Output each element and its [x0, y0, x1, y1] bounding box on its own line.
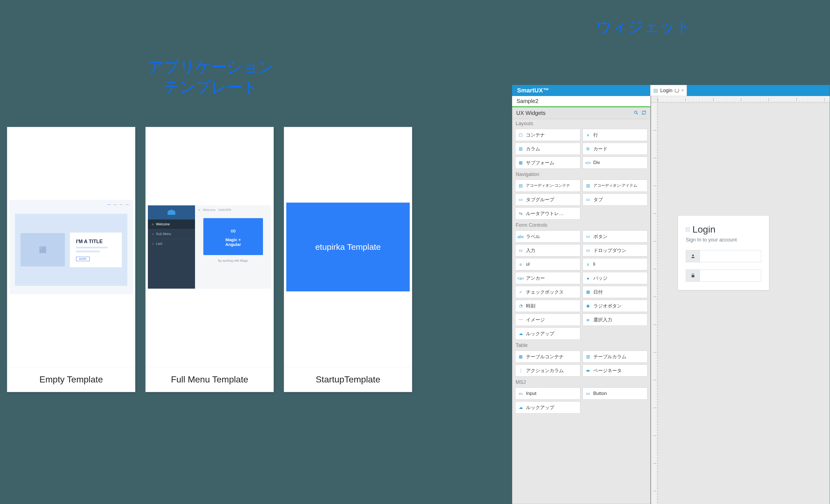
widget-item[interactable]: ▥カラム [515, 143, 580, 155]
svg-point-0 [634, 111, 637, 114]
widget-item[interactable]: </>Div [582, 157, 648, 169]
widget-label: テーブルコンテナ [526, 354, 564, 360]
ruler-horizontal [658, 96, 830, 103]
widget-label: アコーディオン-コンテナ [526, 183, 570, 188]
widget-label: イメージ [526, 317, 545, 323]
widget-label: 選択入力 [594, 317, 612, 323]
canvas-body[interactable]: Login Sign In to your account [658, 103, 830, 504]
svg-point-1 [692, 254, 694, 256]
widget-item[interactable]: ▦テーブルコンテナ [515, 350, 580, 363]
widget-icon: ⧉ [585, 146, 591, 152]
widget-label: ul [526, 261, 530, 267]
widget-item[interactable]: ◂▸ページネータ [582, 365, 648, 377]
template-name: Empty Template [7, 367, 135, 392]
image-placeholder-icon [686, 228, 690, 231]
reload-icon[interactable] [675, 88, 679, 93]
widget-item[interactable]: ≡ul [515, 258, 580, 270]
widget-icon: ≡ [518, 261, 524, 267]
widget-item[interactable]: ◔時刻 [515, 300, 580, 312]
widget-item[interactable]: ≣選択入力 [582, 314, 648, 326]
widget-label: チェックボックス [526, 289, 564, 295]
widget-item[interactable]: ⧉カード [582, 143, 648, 155]
widget-item[interactable]: ▦日付 [582, 286, 648, 298]
widget-icon: ▦ [518, 160, 524, 166]
image-placeholder-icon [21, 233, 65, 266]
section-navigation: Navigation [512, 170, 650, 178]
widget-item[interactable]: ▦サブフォーム [515, 157, 580, 169]
refresh-icon[interactable] [641, 110, 646, 116]
password-field[interactable] [686, 270, 761, 282]
widget-icon: ☁ [518, 330, 524, 337]
infinity-icon: ∞ [206, 226, 260, 235]
widget-item[interactable]: ⋮アクションカラム [515, 365, 580, 377]
widget-item[interactable]: ☁ルックアップ [515, 401, 580, 413]
widget-item[interactable]: ▥テーブルカラム [582, 350, 648, 363]
design-canvas[interactable]: Login Sign In to your account [651, 96, 830, 504]
widget-label: Button [594, 391, 607, 396]
widget-icon: ▦ [518, 354, 524, 360]
widget-icon: ▭ [585, 196, 591, 202]
widget-item[interactable]: <a>アンカー [515, 272, 580, 284]
widget-item[interactable]: ▤アコーディオン-アイテム [582, 180, 648, 192]
widget-label: li [594, 261, 596, 267]
widget-label: ルータアウトレ… [526, 210, 564, 217]
file-icon: ▤ [653, 87, 658, 94]
widget-item[interactable]: ▭Input [515, 387, 580, 400]
widget-icon: ▭ [585, 390, 591, 397]
ruler-vertical [651, 103, 658, 504]
widget-item[interactable]: ▢コンテナ [515, 129, 580, 141]
widget-item[interactable]: ▤アコーディオン-コンテナ [515, 180, 580, 192]
section-table: Table [512, 341, 650, 349]
template-card-full-menu[interactable]: ○Welcome ○Sub Menu ○Last ≡WelcomeHelloSP… [146, 127, 274, 392]
widget-label: Input [526, 391, 537, 396]
widget-item[interactable]: ☁ルックアップ [515, 327, 580, 340]
widget-label: タブグループ [526, 196, 554, 203]
section-form-controls: Form Controls [512, 221, 650, 229]
widget-label: Div [594, 160, 600, 165]
template-card-empty[interactable]: ———— I'M A TITLE MORE Empty Template [7, 127, 135, 392]
widget-item[interactable]: ✓チェックボックス [515, 286, 580, 298]
widget-item[interactable]: ▭ドロップダウン [582, 244, 648, 256]
widget-item[interactable]: ▭タブグループ [515, 193, 580, 206]
username-field[interactable] [686, 250, 761, 262]
preview-footer: By working with Magic [195, 259, 271, 262]
widget-item[interactable]: ▭入力 [515, 244, 580, 256]
widget-palette: UX Widgets Layouts ▢コンテナ≡行▥カラム⧉カード▦サブフォー… [512, 107, 650, 504]
widget-label: ラジオボタン [594, 303, 622, 309]
widget-item[interactable]: ◉ラジオボタン [582, 300, 648, 312]
widget-label: ルックアップ [526, 330, 554, 337]
widget-item[interactable]: ▭ボタン [582, 230, 648, 243]
widget-icon: ⇆ [518, 210, 524, 217]
palette-header: UX Widgets [512, 107, 650, 119]
side-item: ○Sub Menu [148, 229, 195, 239]
side-item: ○Last [148, 239, 195, 248]
editor-titlebar: SmartUX™ ▤ Login × [512, 85, 830, 96]
close-icon[interactable]: × [681, 88, 684, 93]
template-card-startup[interactable]: etupirka Template StartupTemplate [284, 127, 412, 392]
widget-icon: </> [585, 160, 591, 166]
widget-icon: abc [518, 233, 524, 240]
widget-icon: ● [585, 275, 591, 281]
widget-item[interactable]: ▭タブ [582, 193, 648, 206]
widget-icon: ▥ [585, 354, 591, 360]
widget-item[interactable]: ≡行 [582, 129, 648, 141]
widget-item[interactable]: abcラベル [515, 230, 580, 243]
widget-item[interactable]: ⇆ルータアウトレ… [515, 207, 580, 220]
editor-tab-login[interactable]: ▤ Login × [650, 85, 687, 96]
widget-label: 入力 [526, 247, 535, 254]
widget-item[interactable]: 〰イメージ [515, 314, 580, 326]
widget-item[interactable]: ≡li [582, 258, 648, 270]
login-title: Login [693, 224, 715, 235]
search-icon[interactable] [634, 110, 639, 116]
widget-icon: ▦ [585, 289, 591, 295]
widget-icon: ☁ [518, 404, 524, 410]
widget-item[interactable]: ●バッジ [582, 272, 648, 284]
widget-icon: ▤ [518, 183, 524, 189]
section-msj: MSJ [512, 378, 650, 386]
widget-label: ルックアップ [526, 404, 554, 411]
login-card[interactable]: Login Sign In to your account [678, 215, 769, 290]
widget-label: ボタン [594, 233, 608, 240]
widget-item[interactable]: ▭Button [582, 387, 648, 400]
widget-icon: ⋮ [518, 368, 524, 374]
editor-window: SmartUX™ ▤ Login × Sample2 UX Widgets La… [512, 85, 830, 504]
